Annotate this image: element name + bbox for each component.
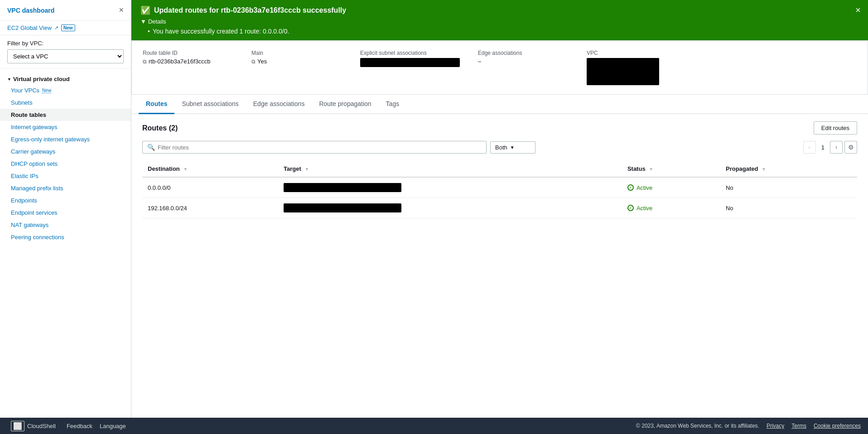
sidebar-header: VPC dashboard × [0, 0, 131, 21]
sidebar-item-managed-prefix-lists[interactable]: Managed prefix lists [0, 182, 131, 194]
vpc-section-label: Virtual private cloud [13, 76, 70, 82]
ec2-global-view-link[interactable]: EC2 Global View [7, 24, 52, 31]
vpc-dashboard-link[interactable]: VPC dashboard [7, 7, 54, 14]
language-link[interactable]: Language [100, 423, 126, 429]
tab-tags[interactable]: Tags [379, 95, 407, 114]
vpc-redacted [587, 58, 659, 85]
sidebar-item-carrier-gateways[interactable]: Carrier gateways [0, 145, 131, 158]
tab-routes[interactable]: Routes [139, 95, 174, 114]
bottom-bar: ⬜ CloudShell Feedback Language © 2023, A… [0, 418, 868, 434]
tab-edge-associations[interactable]: Edge associations [246, 95, 312, 114]
sidebar-item-label: NAT gateways [11, 222, 48, 228]
routes-header: Routes (2) Edit routes [142, 121, 857, 135]
table-header: Destination ▼ Target ▼ Status ▼ Propagat… [142, 161, 857, 177]
table-row: 0.0.0.0/0 ✓ Active No [142, 177, 857, 198]
destination-sort-icon[interactable]: ▼ [183, 167, 188, 172]
copy-icon[interactable]: ⧉ [143, 58, 147, 65]
vpc-section-title[interactable]: ▼ Virtual private cloud [0, 72, 131, 84]
status-active: ✓ Active [627, 184, 715, 191]
target-redacted-2 [284, 203, 401, 212]
tab-subnet-associations[interactable]: Subnet associations [174, 95, 246, 114]
sidebar-item-label: Subnets [11, 99, 33, 106]
cloudshell-button[interactable]: ⬜ CloudShell [7, 419, 59, 433]
edge-assoc-value: – [478, 58, 569, 65]
page-next-button[interactable]: › [830, 141, 843, 154]
sidebar-item-endpoint-services[interactable]: Endpoint services [0, 207, 131, 219]
propagated-sort-icon[interactable]: ▼ [762, 167, 766, 172]
explicit-subnet-field: Explicit subnet associations [360, 50, 460, 85]
explicit-subnet-redacted [360, 58, 460, 67]
routes-count: 2 [171, 124, 175, 132]
feedback-link[interactable]: Feedback [67, 423, 92, 429]
filter-chevron-icon: ▼ [510, 145, 515, 150]
tab-route-propagation[interactable]: Route propagation [312, 95, 378, 114]
banner-title: ✅ Updated routes for rtb-0236b3a7e16f3cc… [140, 5, 859, 15]
table-settings-button[interactable]: ⚙ [844, 141, 857, 154]
vpc-section-chevron: ▼ [7, 77, 11, 82]
col-target: Target ▼ [278, 161, 622, 177]
banner-close-button[interactable]: × [855, 5, 861, 14]
table-row: 192.168.0.0/24 ✓ Active No [142, 198, 857, 218]
propagated-cell: No [720, 198, 857, 218]
sidebar-item-your-vpcs[interactable]: Your VPCs New [0, 84, 131, 96]
sidebar-item-nat-gateways[interactable]: NAT gateways [0, 219, 131, 231]
sidebar-item-dhcp-option-sets[interactable]: DHCP option sets [0, 158, 131, 170]
propagated-cell: No [720, 177, 857, 198]
success-banner: ✅ Updated routes for rtb-0236b3a7e16f3cc… [131, 0, 868, 40]
privacy-link[interactable]: Privacy [767, 423, 784, 429]
copyright-text: © 2023, Amazon Web Services, Inc. or its… [636, 423, 759, 429]
vpc-filter: Filter by VPC: Select a VPC [0, 35, 131, 68]
sidebar-item-elastic-ips[interactable]: Elastic IPs [0, 170, 131, 182]
details-chevron-icon: ▼ [140, 18, 146, 25]
sidebar-item-endpoints[interactable]: Endpoints [0, 194, 131, 207]
ec2-new-badge: New [61, 24, 75, 31]
explicit-subnet-value [360, 58, 460, 67]
sidebar-item-label: Internet gateways [11, 124, 58, 130]
sidebar-item-internet-gateways[interactable]: Internet gateways [0, 121, 131, 133]
route-table-id-field: Route table ID ⧉ rtb-0236b3a7e16f3cccb [143, 50, 233, 85]
vpc-label: VPC [587, 50, 677, 56]
sidebar-close-button[interactable]: × [119, 5, 124, 15]
table-body: 0.0.0.0/0 ✓ Active No 19 [142, 177, 857, 218]
success-icon: ✅ [140, 5, 150, 15]
cookie-preferences-link[interactable]: Cookie preferences [814, 423, 861, 429]
status-active-label-2: Active [637, 205, 652, 212]
banner-details-toggle[interactable]: ▼ Details [140, 18, 859, 25]
sidebar-item-route-tables[interactable]: Route tables [0, 109, 131, 121]
target-cell [278, 177, 622, 198]
sidebar-item-label: Your VPCs [11, 87, 39, 94]
terms-link[interactable]: Terms [791, 423, 806, 429]
target-cell [278, 198, 622, 218]
target-redacted [284, 183, 401, 192]
sidebar-item-subnets[interactable]: Subnets [0, 96, 131, 109]
edge-assoc-label: Edge associations [478, 50, 569, 56]
sidebar-item-egress-gateways[interactable]: Egress-only internet gateways [0, 133, 131, 145]
ec2-global-view-icon: ↗ [54, 25, 58, 31]
main-value: ⧉ Yes [251, 58, 342, 65]
routes-title: Routes (2) [142, 124, 178, 132]
pagination: ‹ 1 › ⚙ [803, 141, 857, 154]
main-label: Main [251, 50, 342, 56]
banner-bullet-text: You have successfully created 1 route: 0… [153, 28, 289, 35]
sidebar-item-label: Carrier gateways [11, 148, 55, 155]
target-sort-icon[interactable]: ▼ [304, 167, 309, 172]
filter-select[interactable]: Both ▼ [490, 141, 535, 154]
sidebar: VPC dashboard × EC2 Global View ↗ New Fi… [0, 0, 131, 418]
sidebar-item-label: Elastic IPs [11, 173, 39, 179]
filter-bar: 🔍 Both ▼ ‹ 1 › ⚙ [142, 141, 857, 154]
edit-routes-button[interactable]: Edit routes [814, 121, 857, 135]
sidebar-item-label: Endpoints [11, 197, 37, 204]
search-input[interactable] [158, 144, 482, 151]
explicit-subnet-label: Explicit subnet associations [360, 50, 460, 56]
page-prev-button[interactable]: ‹ [803, 141, 816, 154]
route-table-id-text: rtb-0236b3a7e16f3cccb [149, 58, 211, 65]
destination-cell: 0.0.0.0/0 [142, 177, 278, 198]
route-table-id-value: ⧉ rtb-0236b3a7e16f3cccb [143, 58, 233, 65]
banner-bullet: • You have successfully created 1 route:… [140, 28, 859, 35]
sidebar-item-peering-connections[interactable]: Peering connections [0, 231, 131, 243]
vpc-filter-select[interactable]: Select a VPC [7, 49, 124, 63]
status-active-icon: ✓ [627, 184, 634, 191]
virtual-private-cloud-section: ▼ Virtual private cloud Your VPCs New Su… [0, 68, 131, 247]
status-sort-icon[interactable]: ▼ [649, 167, 653, 172]
your-vpcs-new-badge: New [42, 88, 51, 93]
